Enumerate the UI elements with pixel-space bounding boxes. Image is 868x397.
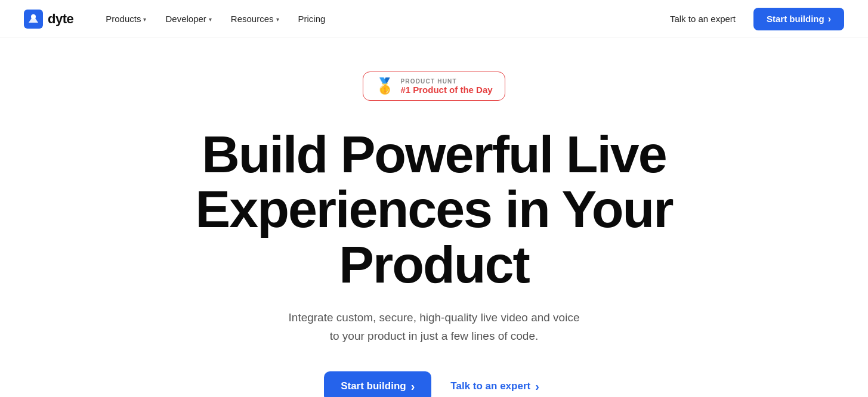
svg-point-1	[31, 14, 36, 19]
developer-chevron-icon: ▾	[209, 16, 212, 23]
ph-label: PRODUCT HUNT	[400, 78, 456, 85]
dyte-logo-icon	[24, 10, 43, 29]
navbar: dyte Products ▾ Developer ▾ Resources ▾ …	[0, 0, 868, 38]
hero-section: 🥇 PRODUCT HUNT #1 Product of the Day Bui…	[0, 38, 868, 397]
hero-talk-to-expert-button[interactable]: Talk to an expert ›	[446, 371, 544, 397]
products-chevron-icon: ▾	[143, 16, 146, 23]
resources-chevron-icon: ▾	[276, 16, 279, 23]
nav-links: Products ▾ Developer ▾ Resources ▾ Prici…	[97, 9, 662, 29]
hero-heading: Build Powerful Live Experiences in Your …	[148, 127, 721, 292]
nav-products[interactable]: Products ▾	[97, 9, 155, 29]
hero-secondary-arrow-icon: ›	[535, 380, 539, 393]
medal-icon: 🥇	[375, 77, 394, 95]
logo-text: dyte	[48, 11, 73, 27]
hero-cta-row: Start building › Talk to an expert ›	[324, 371, 544, 397]
ph-badge-text: PRODUCT HUNT #1 Product of the Day	[400, 78, 492, 95]
nav-developer[interactable]: Developer ▾	[157, 9, 220, 29]
nav-cta-arrow-icon: ›	[828, 14, 831, 24]
nav-talk-to-expert[interactable]: Talk to an expert	[662, 9, 744, 29]
product-hunt-badge[interactable]: 🥇 PRODUCT HUNT #1 Product of the Day	[363, 72, 505, 101]
hero-start-building-button[interactable]: Start building ›	[324, 371, 431, 397]
hero-cta-arrow-icon: ›	[411, 380, 415, 393]
logo[interactable]: dyte	[24, 10, 73, 29]
nav-right: Talk to an expert Start building ›	[662, 8, 844, 30]
nav-pricing[interactable]: Pricing	[290, 9, 334, 29]
hero-subheading: Integrate custom, secure, high-quality l…	[285, 309, 583, 345]
nav-start-building-button[interactable]: Start building ›	[753, 8, 844, 30]
nav-resources[interactable]: Resources ▾	[223, 9, 288, 29]
ph-title: #1 Product of the Day	[400, 85, 492, 95]
